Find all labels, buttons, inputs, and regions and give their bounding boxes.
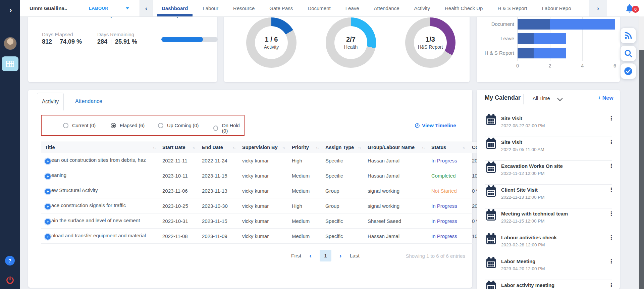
approvals-button[interactable] xyxy=(621,63,636,79)
page-scrollbar-track[interactable] xyxy=(639,16,644,289)
start-date-cell: 2023-10-31 xyxy=(158,213,198,229)
donut-charts: 1 / 6Activity2/7Health1/3H&S Report xyxy=(224,10,470,82)
axis-tick-label: 2 xyxy=(549,63,551,68)
logout-button[interactable] xyxy=(5,276,15,285)
event-title: Labor Meeting xyxy=(501,258,545,264)
nav-tab-labour-repo[interactable]: Labour Repo xyxy=(535,0,579,16)
filter-radio-elapsed-6[interactable]: Elapsed (6) xyxy=(111,123,145,128)
kebab-menu-icon[interactable]: ⋮ xyxy=(608,258,614,265)
bar-category-label: H & S Report xyxy=(477,48,514,58)
activity-panel: Activity Attendance Current (0)Elapsed (… xyxy=(28,90,472,288)
expand-sidebar-button[interactable]: › xyxy=(6,5,15,15)
project-progress-bar xyxy=(161,37,218,42)
donut-label: H&S Report xyxy=(418,44,443,50)
page-scrollbar-thumb[interactable] xyxy=(639,50,644,289)
nav-tab-gate-pass[interactable]: Gate Pass xyxy=(262,0,300,16)
expand-row-icon[interactable]: + xyxy=(45,234,51,240)
supervisor-cell: vicky kumar xyxy=(238,153,288,168)
pagination-first[interactable]: First xyxy=(291,253,301,259)
start-date-cell: 2022-11-11 xyxy=(158,153,198,168)
view-timeline-link[interactable]: View Timeline xyxy=(415,123,456,129)
user-avatar[interactable] xyxy=(4,37,17,50)
kebab-menu-icon[interactable]: ⋮ xyxy=(608,162,614,170)
sort-icon: ↑↓ xyxy=(358,146,361,150)
kebab-menu-icon[interactable]: ⋮ xyxy=(608,282,614,289)
days-elapsed-value: 812 xyxy=(42,38,52,45)
table-row: +ace construction signals for traffic202… xyxy=(41,198,529,213)
search-button[interactable] xyxy=(621,46,636,61)
calendar-icon xyxy=(486,233,496,244)
kebab-menu-icon[interactable]: ⋮ xyxy=(608,210,614,217)
donut-value: 1 / 6 xyxy=(265,36,278,43)
group-cell: signal working xyxy=(364,198,427,213)
days-elapsed-percent: 74.09 % xyxy=(60,38,82,45)
column-header-end-date[interactable]: End Date↑↓ xyxy=(198,142,238,153)
days-remaining-value: 284 xyxy=(97,38,107,45)
chevron-right-icon: › xyxy=(597,5,599,12)
kebab-menu-icon[interactable]: ⋮ xyxy=(608,139,614,146)
days-elapsed-label: Days Elapsed xyxy=(42,32,73,37)
dashboard-grid-icon xyxy=(6,61,14,67)
topbar-tabs: DashboardLabourResourceGate PassDocument… xyxy=(154,0,589,16)
nav-tab-activity[interactable]: Activity xyxy=(407,0,437,16)
column-header-assign-type[interactable]: Assign Type↑↓ xyxy=(321,142,364,153)
sort-icon: ↑↓ xyxy=(193,146,196,150)
expand-row-icon[interactable]: + xyxy=(45,219,51,225)
calendar-icon xyxy=(486,185,496,197)
project-name: Umm Guailina.. xyxy=(30,0,67,16)
tabs-scroll-left-button[interactable]: ‹ xyxy=(140,0,153,16)
expand-row-icon[interactable]: + xyxy=(45,158,51,164)
pagination-next-icon[interactable]: › xyxy=(339,252,342,259)
event-title: Client Site Visit xyxy=(501,187,545,193)
tab-activity[interactable]: Activity xyxy=(37,93,64,110)
start-date-cell: 2022-11-08 xyxy=(158,229,198,244)
nav-tab-document[interactable]: Document xyxy=(300,0,338,16)
nav-tab-resource[interactable]: Resource xyxy=(226,0,262,16)
filter-radio-up-coming-0[interactable]: Up Coming (0) xyxy=(158,123,199,128)
expand-row-icon[interactable]: + xyxy=(45,174,51,179)
help-button[interactable]: ? xyxy=(5,256,15,266)
axis-tick-label: 6 xyxy=(613,63,616,68)
nav-tab-attendance[interactable]: Attendance xyxy=(367,0,407,16)
nav-tab-h-s-report[interactable]: H & S Report xyxy=(490,0,534,16)
nav-tab-dashboard[interactable]: Dashboard xyxy=(154,0,195,16)
gridline xyxy=(615,17,615,61)
nav-tab-leave[interactable]: Leave xyxy=(338,0,367,16)
status-cell: In Progress xyxy=(427,213,468,229)
column-header-supervision-by[interactable]: Supervision By↑↓ xyxy=(238,142,288,153)
donut-h-s-report: 1/3H&S Report xyxy=(405,17,455,68)
kebab-menu-icon[interactable]: ⋮ xyxy=(608,234,614,241)
calendar-event: Meeting with technical team2022-11-15 12… xyxy=(477,208,620,232)
axis-tick-label: 0 xyxy=(516,63,519,68)
sidebar-item-dashboard[interactable] xyxy=(2,56,18,71)
kebab-menu-icon[interactable]: ⋮ xyxy=(608,186,614,193)
nav-tab-health-check-up[interactable]: Health Check Up xyxy=(437,0,490,16)
caret-down-icon[interactable] xyxy=(126,7,129,9)
column-header-priority[interactable]: Priority↑↓ xyxy=(288,142,321,153)
tab-attendance[interactable]: Attendance xyxy=(75,93,102,110)
kebab-menu-icon[interactable]: ⋮ xyxy=(608,115,614,122)
module-selector[interactable]: LABOUR xyxy=(89,0,108,16)
pagination-prev-icon[interactable]: ‹ xyxy=(309,252,312,259)
column-header-group-labour-name[interactable]: Group/Labour Name↑↓ xyxy=(364,142,427,153)
divider xyxy=(56,39,56,45)
pagination-last[interactable]: Last xyxy=(350,253,359,259)
rss-icon xyxy=(624,31,633,40)
priority-cell: Medium xyxy=(288,183,321,198)
column-header-start-date[interactable]: Start Date↑↓ xyxy=(158,142,198,153)
feed-button[interactable] xyxy=(621,28,636,43)
calendar-icon xyxy=(486,209,496,221)
column-header-status[interactable]: Status↑↓ xyxy=(427,142,468,153)
tabs-scroll-right-button[interactable]: › xyxy=(589,0,607,16)
pagination-page-1[interactable]: 1 xyxy=(320,250,331,261)
event-datetime: 2022-11-13 12:00 PM xyxy=(501,195,545,200)
filter-radio-on-hold-0[interactable]: On Hold (0) xyxy=(213,123,244,134)
expand-row-icon[interactable]: + xyxy=(45,189,51,194)
filter-radio-current-0[interactable]: Current (0) xyxy=(63,123,96,128)
expand-row-icon[interactable]: + xyxy=(45,204,51,209)
column-header-title[interactable]: Title↑↓ xyxy=(41,142,158,153)
nav-tab-labour[interactable]: Labour xyxy=(195,0,226,16)
event-datetime: 2023-02-28 12:00 PM xyxy=(501,242,557,247)
screen: › ? Umm Guailina.. LABOUR ‹ DashboardLab… xyxy=(0,0,644,289)
check-circle-icon xyxy=(624,66,633,76)
